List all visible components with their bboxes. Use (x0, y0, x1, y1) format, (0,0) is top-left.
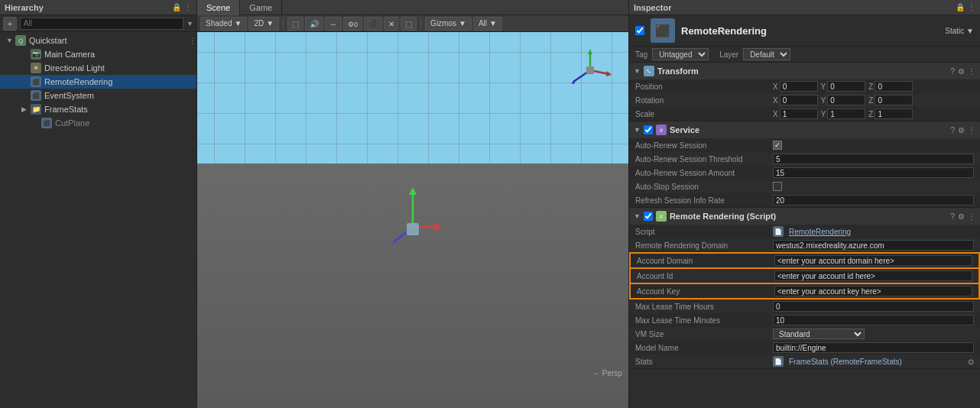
transform-header[interactable]: ▼ ⤡ Transform ? ⚙ ⋮ (629, 63, 980, 79)
tag-layer-row: Tag Untagged Layer Default (629, 47, 980, 63)
account-domain-input[interactable] (774, 255, 972, 266)
scene-game-tabs: Scene Game (197, 0, 628, 15)
gizmos-dropdown[interactable]: Gizmos ▼ (425, 17, 472, 31)
hierarchy-add-btn[interactable]: + (3, 17, 17, 31)
hierarchy-search-input[interactable] (20, 18, 183, 30)
rr-script-icon: # (656, 211, 667, 222)
position-y-input[interactable] (827, 81, 865, 92)
account-key-input[interactable] (774, 286, 972, 296)
tree-item-cut-plane[interactable]: ⬛ CutPlane (0, 116, 196, 130)
rotation-x: X (773, 95, 818, 105)
tab-scene[interactable]: Scene (197, 0, 240, 15)
rr-script-overflow-icon[interactable]: ⋮ (968, 212, 975, 221)
transform-settings-icon[interactable]: ⚙ (958, 67, 965, 76)
service-help-icon[interactable]: ? (950, 126, 955, 134)
stats-file-icon: 📄 (773, 356, 784, 367)
service-header-btns: ? ⚙ ⋮ (950, 126, 975, 134)
model-name-row: Model Name (629, 341, 980, 355)
object-name[interactable]: RemoteRendering (681, 25, 767, 37)
move-gizmo[interactable] (382, 181, 443, 259)
max-lease-minutes-input[interactable] (773, 315, 974, 325)
max-lease-hours-input[interactable] (773, 301, 974, 312)
model-name-label: Model Name (635, 344, 773, 352)
object-active-checkbox[interactable] (635, 26, 644, 35)
inspector-menu-icon[interactable]: ⋮ (968, 3, 975, 11)
autostop-value (773, 182, 974, 191)
tree-item-main-camera[interactable]: 📷 Main Camera (0, 47, 196, 61)
scale-z-input[interactable] (875, 108, 913, 119)
scale-y-input[interactable] (827, 108, 865, 119)
transform-scale-row: Scale X Y Z (629, 107, 980, 121)
service-active-checkbox[interactable] (644, 125, 653, 134)
refresh-value (773, 195, 974, 206)
axis-gizmo[interactable] (567, 47, 613, 93)
threshold-label: Auto-Renew Session Threshold (635, 155, 773, 164)
account-id-input[interactable] (774, 270, 972, 281)
script-link[interactable]: RemoteRendering (789, 228, 851, 236)
rr-script-settings-icon[interactable]: ⚙ (958, 212, 965, 221)
stats-row: Stats 📄 FrameStats (RemoteFrameStats) ⊙ (629, 355, 980, 368)
scene-area: Scene Game Shaded ▼ 2D ▼ ⬚ 🔊 ↔ ⚙0 ⬛ ✕ ⬚ … (197, 0, 628, 408)
script-label: Script (635, 228, 773, 236)
mode-dropdown[interactable]: 2D ▼ (248, 17, 279, 31)
tool-btn-1[interactable]: ⬚ (287, 17, 303, 31)
static-label[interactable]: Static ▼ (945, 27, 974, 35)
rotation-z: Z (868, 95, 913, 105)
amount-input[interactable] (773, 167, 974, 178)
rr-domain-row: Remote Rendering Domain (629, 238, 980, 252)
tree-item-directional-light[interactable]: ☀ Directional Light (0, 61, 196, 75)
rr-script-active-checkbox[interactable] (644, 212, 653, 221)
hierarchy-filter-icon[interactable]: ▼ (187, 20, 193, 28)
tool-btn-7[interactable]: ⬚ (401, 17, 417, 31)
rr-domain-value (773, 240, 974, 251)
tree-item-event-system[interactable]: ⬛ EventSystem (0, 89, 196, 102)
scene-canvas[interactable]: ← Persp (197, 32, 628, 408)
tree-item-remote-rendering[interactable]: ⬛ RemoteRendering (0, 75, 196, 89)
rr-script-header[interactable]: ▼ # Remote Rendering (Script) ? ⚙ ⋮ (629, 208, 980, 225)
service-header[interactable]: ▼ # Service ? ⚙ ⋮ (629, 121, 980, 138)
tree-item-frame-stats[interactable]: ▶ 📁 FrameStats (0, 102, 196, 116)
tool-btn-3[interactable]: ↔ (325, 17, 342, 31)
vm-size-dropdown[interactable]: Standard Premium (773, 329, 865, 339)
tool-btn-6[interactable]: ✕ (384, 17, 399, 31)
tree-item-quickstart[interactable]: ▼ Q Quickstart ⋮ (0, 34, 196, 47)
rotation-y-input[interactable] (827, 95, 865, 105)
tab-game[interactable]: Game (240, 0, 282, 15)
hierarchy-menu-icon[interactable]: ⋮ (184, 3, 192, 11)
rr-domain-input[interactable] (773, 240, 974, 251)
layer-dropdown[interactable]: Default (743, 48, 790, 60)
script-value: 📄 RemoteRendering (773, 226, 974, 237)
transform-overflow-icon[interactable]: ⋮ (968, 67, 975, 76)
quickstart-menu-icon[interactable]: ⋮ (189, 37, 196, 45)
shading-dropdown[interactable]: Shaded ▼ (200, 17, 247, 31)
position-x-input[interactable] (780, 81, 818, 92)
inspector-lock-icon[interactable]: 🔒 (956, 3, 965, 11)
scale-x-input[interactable] (780, 108, 818, 119)
account-key-row: Account Key (629, 284, 980, 300)
tool-btn-5[interactable]: ⬛ (364, 17, 382, 31)
auto-renew-checkbox[interactable]: ✓ (773, 141, 782, 150)
rotation-x-input[interactable] (780, 95, 818, 105)
all-dropdown[interactable]: All ▼ (473, 17, 502, 31)
hierarchy-lock-icon[interactable]: 🔒 (172, 3, 181, 11)
tag-dropdown[interactable]: Untagged (652, 48, 709, 60)
rotation-y: Y (821, 95, 866, 105)
service-settings-icon[interactable]: ⚙ (958, 126, 965, 134)
autostop-checkbox[interactable] (773, 182, 782, 191)
threshold-input[interactable] (773, 154, 974, 164)
hierarchy-header: Hierarchy 🔒 ⋮ (0, 0, 196, 15)
refresh-input[interactable] (773, 195, 974, 206)
stats-link[interactable]: FrameStats (RemoteFrameStats) (789, 358, 902, 366)
rotation-z-input[interactable] (875, 95, 913, 105)
amount-label: Auto-Renew Session Amount (635, 169, 773, 177)
amount-value (773, 167, 974, 178)
transform-help-icon[interactable]: ? (950, 67, 955, 76)
model-name-input[interactable] (773, 342, 974, 353)
service-refresh-row: Refresh Session Info Rate (629, 193, 980, 207)
quickstart-icon: Q (15, 35, 26, 46)
rr-script-help-icon[interactable]: ? (950, 212, 955, 221)
tool-btn-2[interactable]: 🔊 (305, 17, 323, 31)
service-overflow-icon[interactable]: ⋮ (968, 126, 975, 134)
position-z-input[interactable] (875, 81, 913, 92)
tool-btn-4[interactable]: ⚙0 (343, 17, 362, 31)
